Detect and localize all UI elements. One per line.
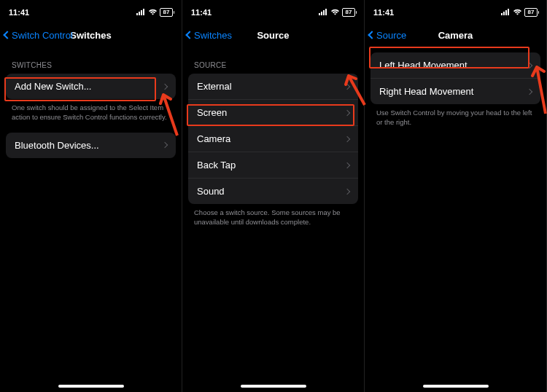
footer-note: One switch should be assigned to the Sel… — [0, 99, 182, 122]
home-indicator — [423, 385, 489, 388]
svg-rect-8 — [501, 13, 503, 15]
status-bar: 11:41 87 — [182, 4, 364, 20]
source-sound-row[interactable]: Sound — [188, 179, 358, 204]
chevron-right-icon — [344, 188, 350, 194]
svg-rect-2 — [141, 10, 142, 15]
status-right: 87 — [501, 8, 538, 17]
source-external-row[interactable]: External — [188, 74, 358, 100]
row-label: Camera — [197, 133, 230, 144]
section-header: SWITCHES — [0, 48, 182, 74]
row-label: Add New Switch... — [15, 81, 92, 92]
svg-rect-11 — [508, 9, 509, 15]
wifi-icon — [330, 8, 340, 17]
row-label: Screen — [197, 107, 227, 118]
footer-note: Choose a switch source. Some sources may… — [182, 204, 364, 227]
svg-rect-9 — [503, 12, 505, 15]
back-label: Switch Control — [12, 30, 73, 41]
list-group: External Screen Camera Back Tap Sound — [188, 74, 358, 204]
svg-rect-1 — [139, 12, 140, 15]
svg-rect-10 — [505, 10, 507, 15]
section-header: SOURCE — [182, 48, 364, 74]
chevron-right-icon — [344, 109, 350, 115]
svg-rect-0 — [136, 13, 138, 15]
list-group: Add New Switch... — [6, 74, 176, 99]
back-label: Source — [376, 30, 406, 41]
row-label: Left Head Movement — [379, 60, 468, 71]
status-time: 11:41 — [373, 8, 394, 17]
left-head-movement-row[interactable]: Left Head Movement — [371, 52, 540, 79]
chevron-right-icon — [344, 162, 350, 168]
back-button[interactable]: Source — [369, 30, 406, 41]
chevron-right-icon — [162, 142, 168, 148]
chevron-right-icon — [344, 136, 350, 141]
status-right: 87 — [319, 8, 355, 17]
svg-rect-7 — [325, 9, 327, 15]
status-time: 11:41 — [9, 8, 29, 17]
list-group: Bluetooth Devices... — [6, 133, 176, 158]
nav-bar: Source Camera — [365, 22, 546, 48]
source-camera-row[interactable]: Camera — [188, 126, 358, 152]
row-label: External — [197, 81, 232, 92]
chevron-back-icon — [368, 31, 376, 39]
signal-icon — [136, 8, 146, 17]
wifi-icon — [513, 8, 522, 17]
chevron-right-icon — [527, 88, 532, 94]
battery-icon: 87 — [160, 8, 173, 17]
home-indicator — [241, 385, 306, 388]
status-time: 11:41 — [191, 8, 212, 17]
chevron-right-icon — [162, 83, 168, 89]
signal-icon — [319, 8, 328, 17]
back-label: Switches — [194, 30, 232, 41]
status-bar: 11:41 87 — [0, 4, 182, 20]
status-right: 87 — [136, 8, 173, 17]
row-label: Bluetooth Devices... — [15, 140, 99, 151]
chevron-back-icon — [3, 31, 11, 39]
row-label: Sound — [197, 186, 225, 197]
svg-rect-3 — [143, 9, 144, 15]
svg-rect-6 — [323, 10, 325, 15]
list-group: Left Head Movement Right Head Movement — [371, 52, 540, 104]
home-indicator — [58, 385, 124, 388]
back-button[interactable]: Switches — [187, 30, 232, 41]
row-label: Right Head Movement — [379, 86, 473, 97]
row-label: Back Tap — [197, 160, 236, 170]
chevron-right-icon — [344, 83, 350, 89]
nav-bar: Switches Source — [182, 22, 364, 48]
status-bar: 11:41 87 — [365, 4, 546, 20]
battery-icon: 87 — [524, 8, 538, 17]
source-screen-row[interactable]: Screen — [188, 100, 358, 126]
right-head-movement-row[interactable]: Right Head Movement — [371, 79, 540, 104]
signal-icon — [501, 8, 511, 17]
screenshot-2-source: 11:41 87 Switches Source SOURCE External… — [182, 0, 365, 392]
screenshot-1-switches: 11:41 87 Switch Control Switches SWITCHE… — [0, 0, 182, 392]
battery-icon: 87 — [342, 8, 355, 17]
footer-note: Use Switch Control by moving your head t… — [365, 104, 546, 128]
nav-bar: Switch Control Switches — [0, 22, 182, 48]
screenshot-3-camera: 11:41 87 Source Camera Left Head Movemen… — [365, 0, 547, 392]
back-button[interactable]: Switch Control — [4, 30, 73, 41]
wifi-icon — [148, 8, 158, 17]
add-new-switch-row[interactable]: Add New Switch... — [6, 74, 176, 99]
svg-rect-4 — [319, 13, 320, 15]
svg-rect-5 — [321, 12, 322, 15]
chevron-back-icon — [185, 31, 193, 39]
source-backtap-row[interactable]: Back Tap — [188, 152, 358, 179]
bluetooth-devices-row[interactable]: Bluetooth Devices... — [6, 133, 176, 158]
chevron-right-icon — [527, 62, 532, 68]
